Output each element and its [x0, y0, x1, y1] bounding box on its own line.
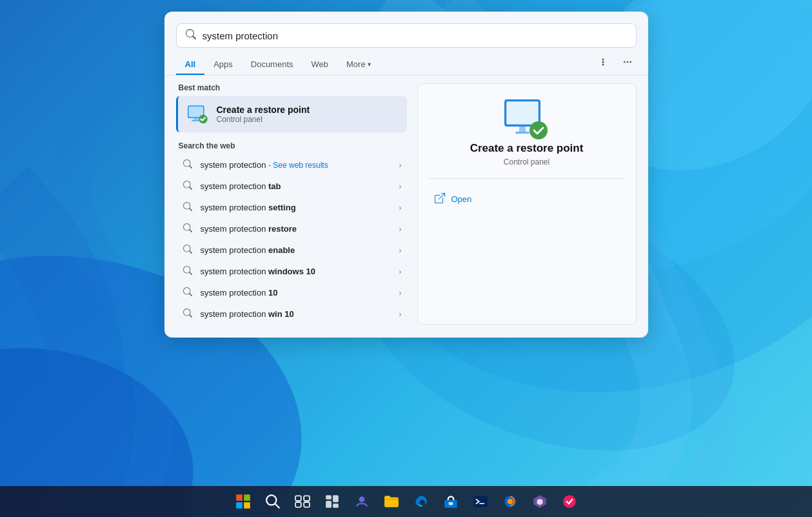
- tab-apps[interactable]: Apps: [204, 54, 242, 74]
- svg-rect-36: [333, 503, 339, 508]
- more-options-icon[interactable]: [619, 53, 637, 71]
- chevron-right-icon-1: ›: [399, 181, 401, 191]
- svg-line-28: [275, 504, 279, 508]
- best-match-label: Best match: [176, 83, 407, 92]
- web-search-icon-1: [181, 181, 194, 192]
- proton-button[interactable]: [526, 487, 554, 516]
- svg-point-44: [563, 495, 576, 508]
- web-result-7[interactable]: system protection win 10 ›: [176, 303, 407, 325]
- right-actions: Open: [428, 188, 626, 210]
- web-result-text-0: system protection - See web results: [201, 160, 393, 170]
- svg-rect-24: [244, 494, 250, 501]
- search-taskbar-button[interactable]: [259, 487, 287, 516]
- best-match-text: Create a restore point Control panel: [217, 105, 310, 124]
- web-result-text-5: system protection windows 10: [201, 267, 393, 276]
- taskbar-items: [229, 487, 584, 516]
- right-divider: [428, 178, 626, 179]
- web-result-text-3: system protection restore: [201, 224, 393, 234]
- svg-point-10: [626, 61, 628, 63]
- svg-rect-30: [304, 496, 310, 501]
- svg-rect-23: [236, 494, 243, 501]
- taskbar: [0, 486, 812, 517]
- right-app-subtitle: Control panel: [504, 157, 550, 167]
- widgets-button[interactable]: [318, 487, 346, 516]
- svg-point-8: [602, 64, 604, 66]
- web-search-icon-5: [181, 266, 194, 277]
- web-search-icon-7: [181, 309, 194, 319]
- best-match-item[interactable]: Create a restore point Control panel: [176, 96, 407, 132]
- chevron-right-icon-6: ›: [399, 288, 401, 298]
- chevron-right-icon-4: ›: [399, 245, 401, 255]
- svg-point-11: [629, 61, 631, 63]
- app12-button[interactable]: [555, 487, 584, 516]
- svg-rect-29: [295, 496, 301, 501]
- search-bar: [176, 23, 637, 48]
- tab-bar: All Apps Documents Web More ▾: [164, 53, 648, 76]
- web-search-icon-6: [181, 287, 194, 298]
- tab-documents[interactable]: Documents: [242, 54, 302, 74]
- svg-point-7: [602, 61, 604, 63]
- svg-point-43: [507, 499, 513, 505]
- search-web-section: Search the web system protection - See w…: [176, 141, 407, 325]
- chevron-right-icon-7: ›: [399, 309, 401, 319]
- store-button[interactable]: [437, 487, 465, 516]
- web-result-5[interactable]: system protection windows 10 ›: [176, 261, 407, 282]
- search-web-label: Search the web: [176, 141, 407, 150]
- web-result-6[interactable]: system protection 10 ›: [176, 282, 407, 303]
- search-input[interactable]: [203, 30, 627, 41]
- svg-rect-35: [326, 501, 332, 508]
- main-content: Best match Create a restore point Contro…: [164, 76, 648, 325]
- web-result-3[interactable]: system protection restore ›: [176, 218, 407, 239]
- web-search-icon-4: [181, 245, 194, 256]
- tab-all[interactable]: All: [176, 54, 205, 74]
- svg-point-37: [359, 496, 364, 502]
- task-view-button[interactable]: [288, 487, 317, 516]
- web-search-icon-0: [181, 159, 194, 170]
- tab-web[interactable]: Web: [302, 54, 338, 74]
- svg-rect-21: [515, 132, 530, 134]
- terminal-button[interactable]: [466, 487, 495, 516]
- open-button[interactable]: Open: [428, 188, 626, 210]
- web-result-4[interactable]: system protection enable ›: [176, 239, 407, 261]
- svg-rect-40: [473, 496, 488, 507]
- chevron-right-icon-2: ›: [399, 203, 401, 212]
- svg-rect-19: [507, 102, 538, 124]
- web-result-0[interactable]: system protection - See web results ›: [176, 154, 407, 176]
- search-icon: [186, 29, 196, 42]
- results-left: Best match Create a restore point Contro…: [176, 83, 407, 325]
- svg-rect-33: [326, 495, 332, 500]
- results-right-panel: Create a restore point Control panel Ope…: [417, 83, 637, 325]
- web-result-text-1: system protection tab: [201, 181, 393, 191]
- explorer-button[interactable]: [377, 487, 406, 516]
- chevron-right-icon-0: ›: [399, 160, 401, 170]
- start-button[interactable]: [229, 487, 257, 516]
- svg-rect-20: [519, 127, 526, 132]
- svg-rect-39: [448, 502, 453, 505]
- svg-rect-26: [244, 502, 250, 509]
- search-settings-icon[interactable]: [594, 53, 612, 71]
- web-search-icon-3: [181, 223, 194, 234]
- firefox-button[interactable]: [496, 487, 524, 516]
- chevron-down-icon: ▾: [368, 61, 371, 68]
- web-result-text-6: system protection 10: [201, 288, 393, 298]
- edge-button[interactable]: [407, 487, 435, 516]
- svg-rect-25: [236, 502, 243, 509]
- tab-more[interactable]: More ▾: [337, 54, 380, 74]
- svg-point-22: [530, 121, 548, 139]
- search-panel: All Apps Documents Web More ▾: [164, 12, 648, 338]
- svg-rect-15: [192, 120, 201, 121]
- web-result-text-7: system protection win 10: [201, 309, 393, 319]
- meet-button[interactable]: [348, 487, 376, 516]
- svg-rect-34: [333, 495, 339, 502]
- app-large-icon: [501, 97, 553, 142]
- svg-point-9: [624, 61, 626, 63]
- right-app-name: Create a restore point: [470, 142, 584, 155]
- web-result-1[interactable]: system protection tab ›: [176, 176, 407, 197]
- web-result-2[interactable]: system protection setting ›: [176, 197, 407, 218]
- web-search-icon-2: [181, 202, 194, 213]
- web-result-text-2: system protection setting: [201, 203, 393, 212]
- web-result-text-4: system protection enable: [201, 245, 393, 255]
- svg-point-6: [602, 59, 604, 61]
- chevron-right-icon-5: ›: [399, 267, 401, 276]
- svg-rect-31: [295, 502, 301, 507]
